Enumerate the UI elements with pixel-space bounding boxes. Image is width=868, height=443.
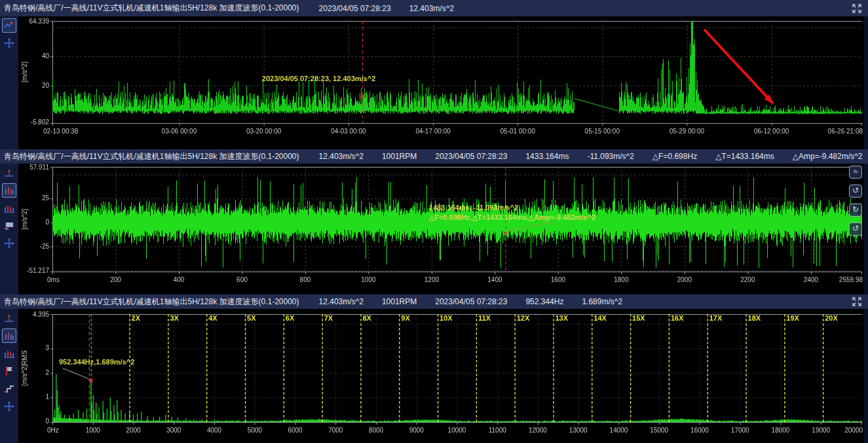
measurement-point-title: 青岛特钢/高线厂/一高线/11V立式轧机/减速机1轴输出5H/128k 加速度波… xyxy=(4,3,299,14)
undo-zoom-button[interactable]: ↺ xyxy=(849,185,862,198)
pan-icon[interactable] xyxy=(2,399,16,414)
measurement-point-title: 青岛特钢/高线厂/一高线/11V立式轧机/减速机1轴输出5H/128k 加速度波… xyxy=(4,296,299,308)
trend-canvas[interactable] xyxy=(18,16,864,149)
wave-timestamp: 2023/04/05 07:28:23 xyxy=(435,152,507,161)
spec-rpm: 1001RPM xyxy=(382,297,417,306)
waveform-header: 青岛特钢/高线厂/一高线/11V立式轧机/减速机1轴输出5H/128k 加速度波… xyxy=(0,149,868,164)
spec-cursor-amp: 1.689m/s^2 xyxy=(582,297,622,306)
wave-rpm: 1001RPM xyxy=(382,152,417,161)
trend-chart-area[interactable] xyxy=(18,16,864,149)
pan-icon[interactable] xyxy=(2,236,16,251)
wave-delta-amp: △Amp=-9.482m/s^2 xyxy=(793,152,863,161)
spec-amplitude: 12.403m/s^2 xyxy=(319,297,364,306)
trend-timestamp: 2023/04/05 07:28:23 xyxy=(319,4,391,13)
expand-icon[interactable] xyxy=(851,296,863,308)
spectrum-bars-icon[interactable] xyxy=(2,201,16,215)
spectrum-canvas[interactable] xyxy=(18,309,864,443)
waveform-icon[interactable] xyxy=(2,183,16,198)
waveform-canvas[interactable] xyxy=(18,164,864,294)
step-icon[interactable] xyxy=(2,381,16,396)
spec-cursor-freq: 952.344Hz xyxy=(525,297,563,306)
trend-amplitude: 12.403m/s^2 xyxy=(409,4,454,13)
impulse-icon[interactable] xyxy=(2,166,16,180)
wave-cursor-time: 1433.164ms xyxy=(525,152,569,161)
waveform-toolbar xyxy=(0,164,18,294)
waveform-chart-area[interactable]: ≈ ↺ ↻ ↺ xyxy=(18,164,864,294)
trend-toolbar xyxy=(0,16,18,149)
trend-chart-icon[interactable] xyxy=(2,18,16,33)
expand-icon[interactable] xyxy=(851,3,863,14)
spectrum-toolbar xyxy=(0,309,18,443)
pan-icon[interactable] xyxy=(2,36,16,50)
replay-button[interactable]: ↻ xyxy=(849,204,862,217)
impulse-icon[interactable] xyxy=(2,311,16,325)
wave-cursor-amp: -11.093m/s^2 xyxy=(587,152,633,161)
spectrum-header: 青岛特钢/高线厂/一高线/11V立式轧机/减速机1轴输出5H/128k 加速度波… xyxy=(0,294,868,309)
spectrum-panel: 青岛特钢/高线厂/一高线/11V立式轧机/减速机1轴输出5H/128k 加速度波… xyxy=(0,294,868,443)
wave-delta-t: △T=1433.164ms xyxy=(715,152,774,161)
trend-header: 青岛特钢/高线厂/一高线/11V立式轧机/减速机1轴输出5H/128k 加速度波… xyxy=(0,0,868,16)
spec-timestamp: 2023/04/05 07:28:23 xyxy=(435,297,507,306)
history-button[interactable]: ↺ xyxy=(849,222,862,236)
monitor-icon[interactable] xyxy=(2,219,16,233)
spectrum-chart-area[interactable] xyxy=(18,309,864,443)
measurement-point-title: 青岛特钢/高线厂/一高线/11V立式轧机/减速机1轴输出5H/128k 加速度波… xyxy=(4,151,299,162)
spectrum-bars-icon[interactable] xyxy=(2,346,16,361)
wave-delta-f: △F=0.698Hz xyxy=(652,152,697,161)
wave-amplitude: 12.403m/s^2 xyxy=(319,152,364,161)
flag-icon[interactable] xyxy=(2,364,16,378)
spectrum-icon[interactable] xyxy=(2,328,16,343)
wave-mode-button[interactable]: ≈ xyxy=(849,166,862,179)
trend-panel: 青岛特钢/高线厂/一高线/11V立式轧机/减速机1轴输出5H/128k 加速度波… xyxy=(0,0,868,149)
waveform-tools: ≈ ↺ ↻ ↺ xyxy=(849,166,862,236)
waveform-panel: 青岛特钢/高线厂/一高线/11V立式轧机/减速机1轴输出5H/128k 加速度波… xyxy=(0,149,868,294)
